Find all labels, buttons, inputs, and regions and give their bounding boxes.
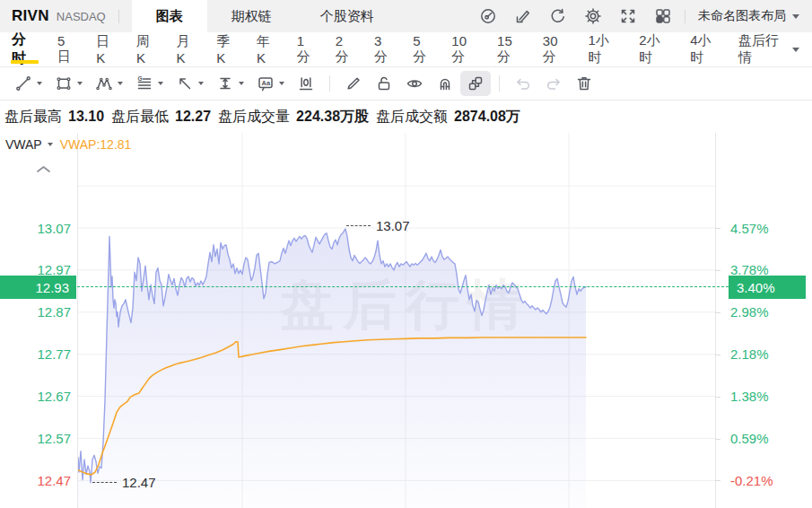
header-icons <box>479 7 672 25</box>
draw-button[interactable] <box>338 71 369 96</box>
stat-label: 盘后最低 <box>111 108 169 127</box>
sync-drawings-icon <box>467 74 485 92</box>
fullscreen-icon-button[interactable] <box>619 7 637 25</box>
timeframe-2小时[interactable]: 2小时 <box>629 32 680 66</box>
tab-0[interactable]: 图表 <box>132 0 207 32</box>
trendline-tool-icon <box>14 74 32 92</box>
session-high-value: 13.07 <box>376 218 410 233</box>
arrow-tool-button[interactable] <box>170 71 210 96</box>
timeframe-5分[interactable]: 5分 <box>403 32 441 66</box>
vwap-readout: VWAP:12.81 <box>60 137 132 152</box>
timeframe-bar: 分时5日日K周K月K季K年K1分2分3分5分10分15分30分1小时2小时4小时… <box>0 32 812 67</box>
price-range-tool-button[interactable] <box>210 71 250 96</box>
stat-value: 224.38万股 <box>296 108 369 127</box>
price-axis-label: 12.57 <box>0 430 71 447</box>
chevron-down-icon <box>48 143 53 146</box>
tab-1[interactable]: 期权链 <box>207 0 296 32</box>
stat-label: 盘后成交量 <box>218 108 290 127</box>
chevron-down-icon <box>239 82 244 85</box>
measure-tool-button[interactable] <box>291 71 321 96</box>
vwap-indicator-selector[interactable]: VWAP <box>5 137 53 152</box>
timeframe-分时[interactable]: 分时 <box>2 32 48 66</box>
timeframe-15分[interactable]: 15分 <box>487 32 533 66</box>
chevron-down-icon <box>158 82 163 85</box>
price-axis-label: 12.87 <box>0 303 71 320</box>
axis-tick <box>715 228 720 229</box>
chevron-down-icon <box>198 82 204 85</box>
chart-plot[interactable] <box>78 133 715 508</box>
compose-icon-button[interactable] <box>514 7 532 25</box>
collapse-pane-button[interactable] <box>36 161 51 177</box>
redo-button <box>538 71 569 96</box>
eye-icon <box>406 74 423 92</box>
rectangle-tool-button[interactable] <box>48 71 89 96</box>
dash-line <box>92 482 117 483</box>
timeframe-2分[interactable]: 2分 <box>326 32 364 66</box>
timeframe-3分[interactable]: 3分 <box>364 32 403 66</box>
timeframe-10分[interactable]: 10分 <box>441 32 487 66</box>
layout-grid-icon-button[interactable] <box>654 7 672 25</box>
chart-area: VWAP VWAP:12.81 盘后行情 13.074.57%12.973.78… <box>0 133 812 508</box>
timeframe-4小时[interactable]: 4小时 <box>680 32 731 66</box>
chevron-down-icon <box>792 48 799 52</box>
axis-border-right <box>715 133 716 508</box>
lock-button[interactable] <box>369 71 399 96</box>
timeframe-5日[interactable]: 5日 <box>48 32 86 66</box>
price-axis-label: 12.77 <box>0 346 71 363</box>
fib-lines-tool-button[interactable]: G <box>129 71 170 96</box>
indicator-row: VWAP VWAP:12.81 <box>5 137 131 152</box>
refresh-icon-button[interactable] <box>549 7 567 25</box>
svg-text:Aa: Aa <box>262 79 271 87</box>
trash-button[interactable] <box>569 71 599 96</box>
session-selector[interactable]: 盘后行情 <box>731 32 807 66</box>
divider <box>118 10 119 23</box>
stat-label: 盘后成交额 <box>376 108 448 127</box>
stat-value: 13.10 <box>68 109 104 125</box>
stock-symbol: RIVN <box>12 7 49 25</box>
undo-button <box>508 71 538 96</box>
axis-tick <box>715 270 720 271</box>
chart-layout-name: 未命名图表布局 <box>698 8 786 24</box>
timeframe-1分[interactable]: 1分 <box>287 32 326 66</box>
timeframe-日K[interactable]: 日K <box>86 32 127 66</box>
tab-2[interactable]: 个股资料 <box>296 0 398 32</box>
measure-tool-icon <box>297 74 315 92</box>
toolbar-separator <box>499 75 500 92</box>
axis-tick <box>715 439 720 440</box>
eye-button[interactable] <box>399 71 430 96</box>
top-bar-right: 未命名图表布局 <box>479 0 812 32</box>
refresh-icon <box>549 7 567 25</box>
settings-icon-button[interactable] <box>584 7 602 25</box>
after-hours-stats-row: 盘后最高13.10盘后最低12.27盘后成交量224.38万股盘后成交额2874… <box>0 101 812 133</box>
timeframe-月K[interactable]: 月K <box>167 32 207 66</box>
timeframe-1小时[interactable]: 1小时 <box>579 32 630 66</box>
text-annotation-tool-icon: Aa <box>257 74 275 92</box>
magnet-icon <box>436 74 454 92</box>
dash-line <box>346 225 371 226</box>
timeframe-周K[interactable]: 周K <box>127 32 167 66</box>
sync-drawings-button[interactable] <box>460 71 491 96</box>
wave-pattern-tool-button[interactable] <box>89 71 129 96</box>
chevron-down-icon <box>77 82 83 85</box>
rectangle-tool-icon <box>55 74 73 92</box>
divider <box>685 10 685 23</box>
gauge-icon-button[interactable] <box>479 7 497 25</box>
chart-layout-selector[interactable]: 未命名图表布局 <box>698 8 799 24</box>
svg-text:G: G <box>138 75 143 82</box>
price-axis-label: 13.07 <box>0 220 71 237</box>
last-percent-badge: 3.40% <box>729 276 806 299</box>
text-annotation-tool-button[interactable]: Aa <box>250 71 291 96</box>
timeframe-30分[interactable]: 30分 <box>533 32 579 66</box>
timeframe-年K[interactable]: 年K <box>247 32 287 66</box>
session-low-value: 12.47 <box>122 475 156 490</box>
stat-item: 盘后最低12.27 <box>111 108 211 127</box>
compose-icon <box>514 7 532 25</box>
chevron-down-icon <box>279 82 284 85</box>
drawing-toolbar: GAa <box>0 67 812 101</box>
timeframe-季K[interactable]: 季K <box>206 32 247 66</box>
gauge-icon <box>479 7 497 25</box>
magnet-button[interactable] <box>430 71 460 96</box>
axis-tick <box>715 480 720 481</box>
trendline-tool-button[interactable] <box>8 71 48 96</box>
percent-axis-label: 0.59% <box>730 430 769 447</box>
